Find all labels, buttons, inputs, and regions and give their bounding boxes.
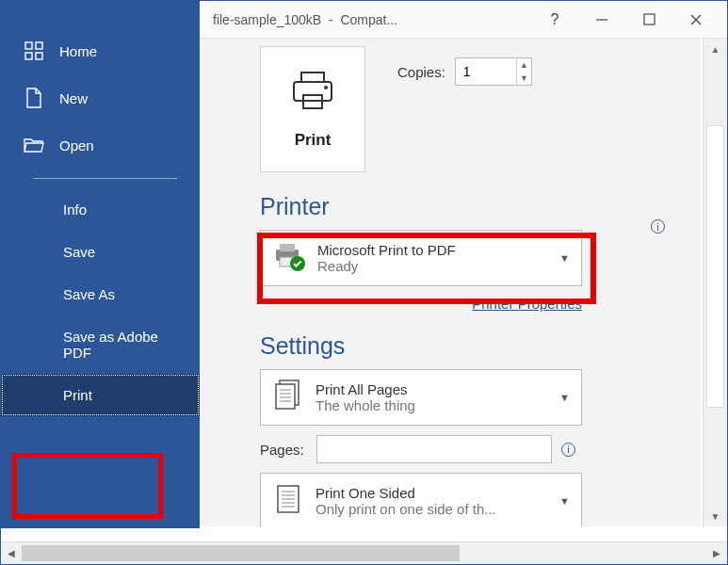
printer-status-icon (272, 242, 306, 274)
scroll-up-icon[interactable]: ▲ (704, 39, 727, 59)
sides-sub: Only print on one side of th... (315, 501, 496, 517)
print-range-dropdown[interactable]: Print All Pages The whole thing ▼ (260, 369, 582, 426)
print-range-title: Print All Pages (315, 381, 415, 397)
scroll-right-icon[interactable]: ▶ (706, 542, 727, 565)
one-sided-icon (272, 482, 304, 520)
filename: file-sample_100kB (213, 12, 321, 27)
pages-input[interactable] (316, 435, 552, 463)
scroll-left-icon[interactable]: ◀ (1, 542, 22, 565)
close-button[interactable] (672, 1, 720, 39)
sidebar-item-open[interactable]: Open (1, 121, 200, 169)
sidebar-item-home[interactable]: Home (1, 27, 200, 74)
scroll-down-icon[interactable]: ▼ (704, 506, 727, 526)
horizontal-scrollbar[interactable]: ◀ ▶ (1, 541, 727, 564)
info-icon[interactable]: i (561, 443, 575, 457)
minimize-button[interactable] (578, 1, 625, 39)
pages-row: Pages: i (260, 435, 672, 463)
maximize-button[interactable] (625, 1, 672, 39)
printer-heading: Printer (260, 193, 672, 220)
home-icon (24, 40, 44, 61)
printer-properties-link[interactable]: Printer Properties (260, 296, 582, 312)
scroll-track[interactable] (22, 542, 706, 564)
printer-name: Microsoft Print to PDF (317, 242, 456, 258)
sidebar-label: New (59, 90, 88, 106)
sidebar-label: Print (63, 387, 92, 403)
svg-rect-7 (36, 53, 42, 59)
sidebar-item-saveadobe[interactable]: Save as Adobe PDF (1, 315, 200, 374)
printer-status: Ready (317, 258, 456, 274)
sidebar-label: Save (63, 244, 95, 260)
new-icon (24, 88, 44, 108)
sidebar-label: Info (63, 202, 87, 218)
open-icon (24, 135, 44, 155)
window-title: file-sample_100kB - Compat... (213, 12, 397, 27)
pages-label: Pages: (260, 442, 307, 458)
print-button[interactable]: Print (260, 46, 365, 172)
copies-control: Copies: ▲ ▼ (397, 57, 532, 86)
vertical-scrollbar[interactable]: ▲ ▼ (703, 39, 727, 526)
print-range-sub: The whole thing (315, 397, 415, 413)
sidebar-label: Save As (63, 286, 115, 302)
copies-up-icon[interactable]: ▲ (517, 58, 531, 72)
sidebar-label: Save as Adobe PDF (63, 329, 177, 361)
scroll-thumb[interactable] (706, 125, 724, 408)
caret-down-icon: ▼ (559, 392, 570, 403)
svg-point-11 (324, 86, 328, 89)
svg-rect-1 (644, 14, 655, 24)
scroll-thumb[interactable] (22, 545, 460, 561)
print-button-label: Print (295, 131, 332, 150)
copies-input[interactable] (456, 58, 516, 85)
sidebar-item-saveas[interactable]: Save As (1, 273, 200, 315)
sides-dropdown[interactable]: Print One Sided Only print on one side o… (260, 473, 582, 526)
copies-spinner[interactable]: ▲ ▼ (455, 57, 532, 86)
print-panel: Print Copies: ▲ ▼ Printer i Microsoft Pr… (200, 39, 701, 526)
copies-down-icon[interactable]: ▼ (517, 72, 531, 85)
help-button[interactable]: ? (531, 1, 578, 39)
svg-rect-17 (276, 384, 295, 409)
info-icon[interactable]: i (651, 219, 665, 234)
svg-rect-6 (25, 53, 32, 59)
svg-rect-8 (301, 73, 324, 82)
svg-rect-9 (294, 82, 332, 101)
compat-mode: Compat... (340, 12, 397, 27)
sidebar-divider (33, 178, 177, 179)
caret-down-icon: ▼ (559, 252, 570, 264)
printer-icon (288, 69, 337, 118)
sidebar-item-print[interactable]: Print (1, 374, 200, 416)
sides-title: Print One Sided (315, 485, 496, 501)
sidebar-item-new[interactable]: New (1, 74, 200, 121)
copies-label: Copies: (397, 64, 445, 80)
caret-down-icon: ▼ (559, 495, 570, 507)
sidebar-item-info[interactable]: Info (1, 188, 200, 231)
scroll-track[interactable] (704, 59, 727, 506)
pages-icon (272, 379, 304, 416)
sidebar-label: Home (59, 43, 97, 59)
sidebar-item-save[interactable]: Save (1, 231, 200, 273)
svg-rect-4 (25, 42, 32, 49)
settings-heading: Settings (260, 332, 672, 360)
backstage-sidebar: Home New Open Info Save Save As Save as … (1, 1, 200, 528)
printer-dropdown[interactable]: Microsoft Print to PDF Ready ▼ (260, 230, 582, 286)
sidebar-label: Open (59, 137, 94, 153)
svg-rect-5 (36, 42, 42, 49)
svg-rect-13 (280, 244, 295, 251)
